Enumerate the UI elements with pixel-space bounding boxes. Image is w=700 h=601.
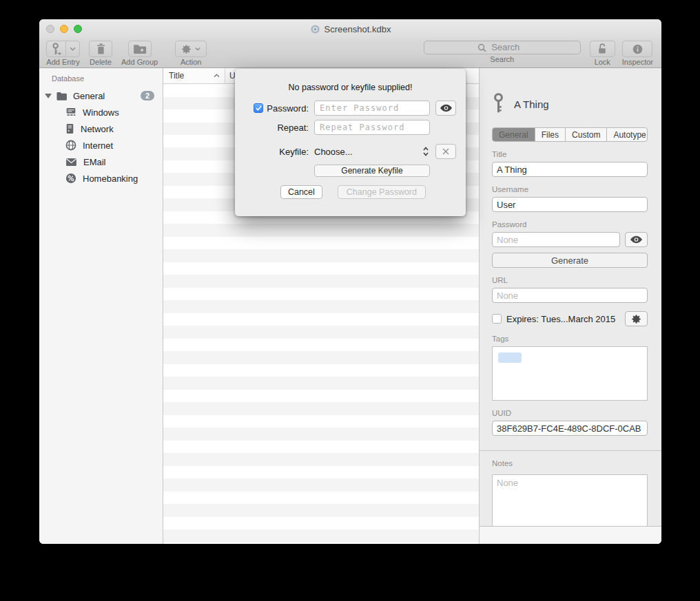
sidebar-item-label: Homebanking [83, 173, 138, 184]
delete-control: Delete [89, 41, 112, 66]
add-entry-button[interactable] [46, 41, 80, 57]
dialog-actions: Cancel Change Password [280, 185, 426, 199]
tags-field[interactable] [492, 346, 648, 401]
tags-label: Tags [492, 335, 648, 343]
unlock-icon [597, 43, 608, 55]
keyfile-value: Choose... [314, 147, 353, 157]
entry-count-badge: 2 [141, 91, 154, 101]
add-entry-label: Add Entry [46, 58, 79, 66]
add-entry-dropdown-arrow[interactable] [65, 41, 79, 56]
generate-keyfile-button[interactable]: Generate Keyfile [314, 165, 430, 177]
cancel-button[interactable]: Cancel [280, 185, 322, 199]
password-field-label: Password [492, 220, 648, 229]
add-group-control: Add Group [121, 41, 158, 66]
sidebar: Database General 2 Windows [39, 68, 163, 544]
lock-control: Lock [590, 41, 615, 66]
lock-label: Lock [595, 58, 610, 66]
url-field-label: URL [492, 276, 648, 284]
repeat-password-input[interactable] [314, 120, 430, 135]
toolbar: Add Entry Delete [39, 39, 661, 68]
column-title-label: Title [169, 71, 184, 81]
window-title-area: Screenshot.kdbx [39, 19, 661, 39]
dialog-message: No password or keyfile supplied! [235, 69, 466, 92]
search-label: Search [490, 55, 514, 63]
expires-options-button[interactable] [625, 311, 648, 326]
server-icon [65, 123, 74, 134]
expires-checkbox[interactable] [492, 314, 502, 324]
column-header-title[interactable]: Title [163, 68, 225, 83]
document-icon [310, 24, 320, 34]
sidebar-item-windows[interactable]: Windows [39, 104, 163, 120]
stepper-icon [423, 147, 429, 156]
info-icon [632, 43, 644, 55]
change-password-dialog: No password or keyfile supplied! Passwor… [235, 69, 466, 216]
inspector-panel: A Thing General Files Custom Autotype Ti… [480, 68, 661, 544]
eye-icon [440, 104, 453, 112]
url-field[interactable] [492, 288, 648, 303]
show-password-button[interactable] [435, 101, 456, 116]
sidebar-item-internet[interactable]: Internet [39, 137, 163, 154]
tab-custom[interactable]: Custom [566, 128, 607, 141]
key-icon [492, 92, 505, 117]
sort-ascending-icon [214, 74, 220, 78]
keyfile-label: Keyfile: [279, 147, 309, 157]
folder-icon [56, 91, 68, 101]
eye-icon [630, 235, 643, 244]
gear-icon [181, 44, 192, 54]
uuid-label: UUID [492, 409, 648, 417]
password-field[interactable] [492, 232, 620, 247]
folder-plus-icon [133, 43, 147, 54]
delete-button[interactable] [89, 41, 112, 57]
close-x-icon [442, 147, 450, 156]
envelope-icon [65, 158, 77, 167]
change-password-button[interactable]: Change Password [338, 185, 426, 199]
title-field[interactable] [492, 162, 648, 177]
action-button[interactable] [175, 41, 207, 57]
search-control: Search [424, 41, 581, 63]
keyfile-popup[interactable]: Choose... [314, 147, 430, 157]
title-field-label: Title [492, 150, 648, 158]
sidebar-item-network[interactable]: Network [39, 120, 163, 137]
column-header-username[interactable]: U [225, 71, 236, 81]
lock-button[interactable] [590, 41, 615, 57]
sidebar-section-header: Database [39, 74, 163, 83]
sidebar-item-homebanking[interactable]: Homebanking [39, 170, 163, 187]
username-field[interactable] [492, 197, 648, 212]
inspector-tabs: General Files Custom Autotype [492, 127, 648, 142]
password-checkbox[interactable] [254, 103, 263, 113]
tag-chip[interactable] [498, 352, 522, 363]
inspector-control: Inspector [622, 41, 653, 66]
disclosure-triangle-icon[interactable] [45, 93, 52, 98]
entry-header: A Thing [492, 68, 648, 118]
reveal-password-button[interactable] [625, 232, 648, 247]
add-group-label: Add Group [121, 58, 158, 66]
inspector-divider [480, 450, 661, 451]
expires-row: Expires: Tues...March 2015 [492, 311, 648, 326]
tab-files[interactable]: Files [535, 128, 566, 141]
tab-general[interactable]: General [493, 128, 535, 141]
screenshot-root: Screenshot.kdbx [0, 0, 700, 601]
sidebar-item-label: EMail [83, 157, 106, 167]
key-plus-icon[interactable] [47, 41, 65, 56]
search-icon [477, 43, 486, 55]
password-row: Password: [235, 101, 466, 116]
trash-icon [96, 43, 106, 55]
sidebar-item-label: Network [81, 124, 114, 134]
clear-keyfile-button[interactable] [435, 144, 456, 159]
tab-autotype[interactable]: Autotype [607, 128, 648, 141]
sidebar-item-email[interactable]: EMail [39, 154, 163, 170]
notes-label: Notes [492, 459, 648, 467]
password-label: Password: [267, 103, 309, 114]
action-label: Action [181, 58, 202, 66]
uuid-field[interactable] [492, 421, 648, 436]
search-input[interactable] [424, 41, 581, 54]
expires-label: Expires: Tues...March 2015 [506, 314, 620, 324]
add-entry-control: Add Entry [46, 41, 80, 66]
add-group-button[interactable] [128, 41, 152, 57]
enter-password-input[interactable] [314, 101, 430, 116]
repeat-label: Repeat: [277, 123, 309, 133]
check-icon [256, 105, 262, 111]
inspector-button[interactable] [622, 41, 652, 57]
generate-password-button[interactable]: Generate [492, 253, 648, 268]
sidebar-item-general[interactable]: General 2 [39, 87, 163, 104]
